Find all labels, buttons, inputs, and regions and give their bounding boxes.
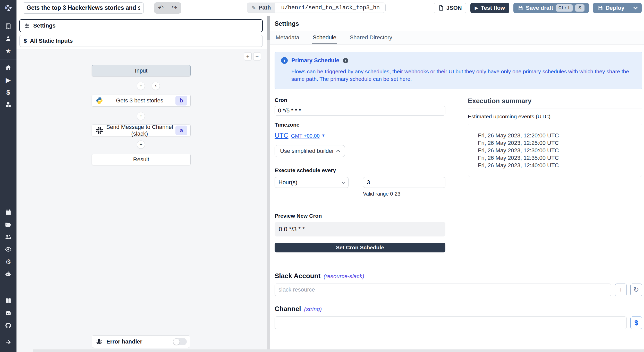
settings-tabs: Metadata Schedule Shared Directory	[270, 31, 644, 45]
panel-scrollbar[interactable]	[267, 16, 270, 352]
cron-input[interactable]	[275, 106, 445, 116]
resources-cubes-icon[interactable]	[0, 99, 16, 111]
user-icon[interactable]	[0, 32, 16, 45]
step-node-b[interactable]: Gets 3 best stories b	[92, 95, 191, 107]
timezone-offset: GMT +00:00	[291, 133, 319, 139]
dollar-icon: $	[24, 38, 27, 44]
flow-settings-button[interactable]: Settings	[19, 19, 263, 32]
redo-button[interactable]: ↷	[168, 2, 181, 14]
play-icon: ▶	[475, 5, 478, 11]
execute-every-label: Execute schedule every	[275, 167, 445, 173]
chevron-down-icon	[342, 180, 345, 184]
add-resource-button[interactable]: +	[615, 284, 627, 296]
timezone-zone: UTC	[275, 131, 288, 139]
preview-cron-label: Preview New Cron	[275, 213, 445, 219]
chevron-up-icon	[336, 150, 340, 153]
flow-editor-topbar: ↶ ↷ ✎ Path u/henri/send_to_slack_top3_hn…	[16, 0, 644, 16]
undo-button[interactable]: ↶	[154, 2, 168, 14]
step-node-a[interactable]: Send Message to Channel (slack) a	[92, 125, 191, 136]
discord-icon[interactable]	[0, 307, 16, 319]
result-node[interactable]: Result	[92, 154, 191, 165]
simplified-builder-toggle-button[interactable]: Use simplified builder	[275, 145, 345, 157]
schedules-calendar-icon[interactable]	[0, 206, 16, 218]
trigger-lightning-button[interactable]: ⚡	[152, 82, 160, 90]
path-label: Path	[259, 4, 271, 11]
slack-account-type: (resource-slack)	[324, 273, 364, 280]
sidebar-divider	[0, 59, 16, 59]
interval-unit-select[interactable]: Hour(s)	[275, 177, 349, 188]
github-icon[interactable]	[0, 319, 16, 332]
channel-input[interactable]	[275, 316, 627, 329]
tab-shared-directory[interactable]: Shared Directory	[349, 31, 393, 44]
add-step-button[interactable]: +	[137, 140, 145, 149]
info-box-title: Primary Schedule	[291, 57, 339, 64]
timezone-select-link[interactable]: UTC GMT +00:00 ▾	[275, 131, 445, 139]
upcoming-event: Fri, 26 May 2023, 12:25:00 UTC	[478, 139, 639, 147]
upcoming-event: Fri, 26 May 2023, 12:35:00 UTC	[478, 154, 639, 162]
scrollbar-thumb[interactable]	[267, 16, 270, 40]
refresh-resource-button[interactable]: ↻	[630, 284, 642, 296]
set-cron-schedule-button[interactable]: Set Cron Schedule	[275, 243, 445, 252]
docs-book-icon[interactable]	[0, 295, 16, 307]
kbd-ctrl: Ctrl	[556, 4, 573, 12]
bug-icon	[96, 338, 103, 345]
home-icon[interactable]	[0, 61, 16, 74]
save-icon	[598, 5, 603, 11]
sliders-icon	[24, 23, 30, 29]
error-handler-label: Error handler	[106, 338, 142, 345]
file-icon	[438, 5, 444, 11]
groups-users-icon[interactable]	[0, 231, 16, 243]
windmill-logo-icon[interactable]	[0, 0, 16, 16]
deploy-split-button: Deploy	[593, 3, 642, 13]
caret-down-icon: ▾	[322, 133, 325, 138]
edit-pencil-icon: ✎	[252, 5, 256, 11]
favorites-star-icon[interactable]: ★	[0, 45, 16, 57]
all-static-inputs-label: All Static Inputs	[30, 38, 73, 44]
error-handler-toggle[interactable]	[173, 338, 187, 345]
execution-summary-subtitle: Estimated upcoming events (UTC)	[468, 113, 642, 120]
workspace-icon[interactable]	[0, 20, 16, 32]
add-step-button[interactable]: +	[137, 82, 145, 90]
windmill-flow-editor: ★ ▶ $ ⚙	[0, 0, 644, 352]
flow-graph-panel: Settings $ All Static Inputs + − Input +…	[16, 16, 267, 352]
runs-play-icon[interactable]: ▶	[0, 74, 16, 86]
channel-type: (string)	[304, 306, 322, 313]
toggle-knob	[173, 339, 180, 345]
divider	[468, 109, 642, 109]
json-button[interactable]: JSON	[434, 3, 466, 13]
save-icon	[518, 5, 523, 11]
input-node[interactable]: Input	[92, 65, 191, 76]
tab-schedule[interactable]: Schedule	[312, 31, 337, 44]
flow-summary-input[interactable]	[23, 2, 144, 14]
graph-zoom-in-button[interactable]: +	[244, 52, 252, 60]
error-handler-node[interactable]: Error handler	[92, 335, 190, 348]
interval-value-input[interactable]	[363, 177, 445, 188]
folders-icon[interactable]	[0, 218, 16, 231]
deploy-more-button[interactable]	[629, 3, 642, 13]
flow-path-badge[interactable]: ✎ Path u/henri/send_to_slack_top3_hn	[247, 3, 386, 13]
insert-variable-dollar-button[interactable]: $	[630, 316, 642, 329]
valid-range-hint: Valid range 0-23	[363, 191, 445, 197]
horizontal-scrollbar[interactable]	[33, 349, 644, 352]
all-static-inputs-button[interactable]: $ All Static Inputs	[19, 35, 263, 47]
add-step-button[interactable]: +	[137, 112, 145, 120]
expand-sidebar-arrow-icon[interactable]	[0, 336, 16, 348]
kbd-s: S	[575, 4, 584, 12]
settings-gear-icon[interactable]: ⚙	[0, 256, 16, 268]
timezone-label: Timezone	[275, 122, 445, 128]
test-flow-button[interactable]: ▶ Test flow	[470, 3, 510, 13]
slack-resource-input[interactable]	[275, 284, 611, 296]
save-draft-button[interactable]: Save draft Ctrl S	[513, 3, 589, 13]
deploy-button[interactable]: Deploy	[593, 3, 629, 13]
cron-label: Cron	[275, 97, 445, 103]
flow-settings-label: Settings	[33, 22, 56, 29]
execution-summary-title: Execution summary	[468, 97, 642, 105]
variables-dollar-icon[interactable]: $	[0, 86, 16, 99]
ai-robot-icon[interactable]	[0, 268, 16, 280]
info-box-body: Flows can be triggered by any schedules,…	[291, 68, 635, 83]
info-tooltip-icon[interactable]: i	[343, 58, 348, 63]
audit-eye-icon[interactable]	[0, 243, 16, 256]
tab-metadata[interactable]: Metadata	[275, 31, 300, 44]
graph-zoom-out-button[interactable]: −	[253, 52, 261, 60]
upcoming-events-box: Fri, 26 May 2023, 12:20:00 UTC Fri, 26 M…	[468, 124, 642, 177]
